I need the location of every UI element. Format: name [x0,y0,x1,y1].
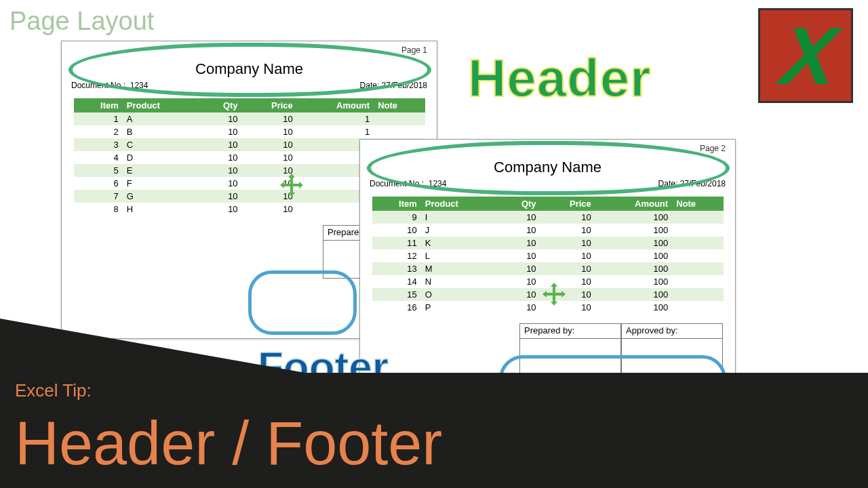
signature-area: Prepared by: Approved by: [360,323,723,377]
prepared-by-label: Prepared by: [520,324,620,339]
table-row: 9I1010100 [372,211,724,224]
bottom-band: Excel Tip: Header / Footer [0,373,868,488]
company-title: Company Name [360,159,735,176]
table-row: 16P1010100 [372,301,724,314]
col-qty: Qty [199,98,241,113]
data-table-2: Item Product Qty Price Amount Note 9I101… [372,197,724,314]
company-title: Company Name [62,60,437,78]
col-price: Price [540,197,595,211]
header-meta: Document No.: 1234 Date: 27/Feb/2018 [62,81,437,90]
slide-title: Header / Footer [15,409,442,479]
date-label: Date: [360,81,380,90]
page-layout-label: Page Layout [9,7,154,36]
page-number: Page 1 [401,45,427,55]
date-label: Date: [658,179,678,188]
table-header-row: Item Product Qty Price Amount Note [74,98,425,113]
date-value: 27/Feb/2018 [382,81,427,90]
header-callout: Header [468,47,651,109]
table-row: 15O1010100 [372,288,724,301]
col-note: Note [672,197,724,211]
header-meta: Document No.: 1234 Date: 27/Feb/2018 [360,179,735,188]
col-amount: Amount [297,98,374,113]
table-row: 10J1010100 [372,224,724,237]
table-row: 1A10101 [74,113,425,125]
table-row: 13M1010100 [372,262,724,275]
col-qty: Qty [498,197,540,211]
prepared-by-box: Prepared by: [519,323,621,377]
logo-letter: X [778,15,834,96]
col-note: Note [374,98,425,113]
table-header-row: Item Product Qty Price Amount Note [372,197,724,211]
doc-value: 1234 [130,81,149,90]
date-value: 27/Feb/2018 [680,179,726,188]
table-row: 14N1010100 [372,275,724,288]
doc-value: 1234 [429,179,447,188]
col-product: Product [123,98,199,113]
approved-by-label: Approved by: [622,324,722,339]
page-number: Page 2 [700,144,726,153]
doc-label: Document No.: [370,179,424,188]
table-row: 12L1010100 [372,249,724,262]
col-amount: Amount [595,197,672,211]
approved-by-box: Approved by: [621,323,723,377]
col-price: Price [242,98,297,113]
col-item: Item [372,197,421,211]
col-product: Product [421,197,498,211]
doc-label: Document No.: [71,81,125,90]
decorative-diagonal [0,319,305,373]
col-item: Item [74,98,123,113]
table-row: 11K1010100 [372,237,724,249]
app-logo: X [758,8,853,103]
table-row: 2B10101 [74,125,425,138]
excel-tip-label: Excel Tip: [15,380,92,401]
